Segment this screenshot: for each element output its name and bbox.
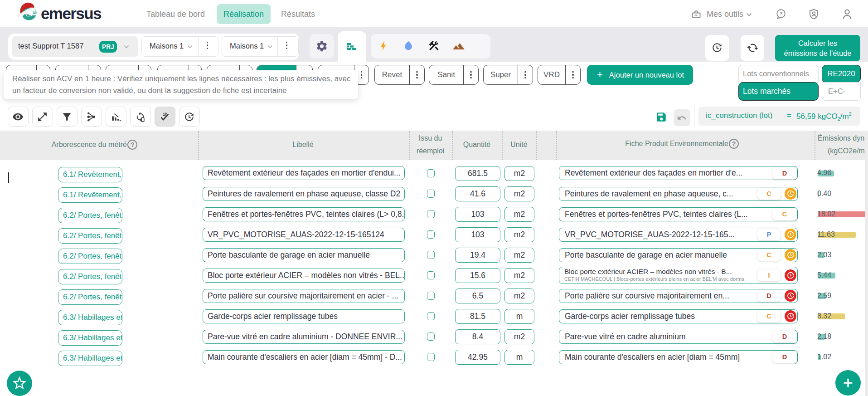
svg-text:1h: 1h bbox=[163, 112, 167, 117]
svg-text:?: ? bbox=[779, 11, 782, 16]
